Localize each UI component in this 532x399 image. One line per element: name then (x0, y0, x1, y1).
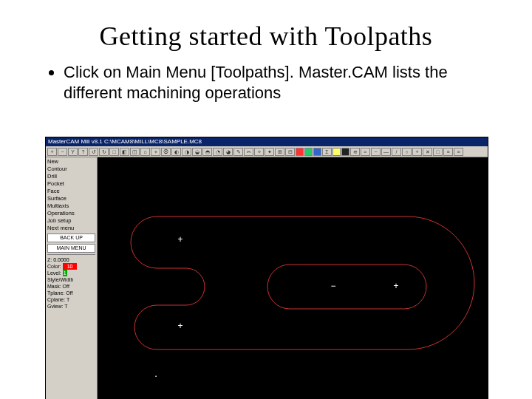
color-green-icon[interactable] (304, 148, 313, 156)
param-level-label: Level: (47, 270, 61, 276)
tool-pencil-icon[interactable]: ✎ (233, 148, 243, 156)
param-color[interactable]: Color: 10 (47, 263, 95, 270)
menu-pocket[interactable]: Pocket (47, 180, 95, 188)
backup-button[interactable]: BACK UP (47, 233, 95, 242)
side-panel: New Contour Drill Pocket Face Surface Mu… (46, 157, 98, 399)
menu-drill[interactable]: Drill (47, 173, 95, 180)
tool-plus2-icon[interactable]: + (412, 148, 422, 156)
tool-target-icon[interactable]: ⌖ (151, 148, 160, 156)
param-mask[interactable]: Mask: Off (47, 283, 95, 290)
tool-x-icon[interactable]: ✕ (423, 148, 432, 156)
slide-title: Getting started with Toolpaths (0, 21, 532, 52)
menu-operations[interactable]: Operations (47, 210, 95, 217)
tool-grid1-icon[interactable]: ⊞ (275, 148, 284, 156)
mark-plus-2: + (175, 321, 185, 332)
tool-lines2-icon[interactable]: ≡ (454, 148, 463, 156)
tool-plus-icon[interactable]: + (47, 148, 57, 156)
tool-minus-icon[interactable]: − (58, 148, 67, 156)
color-yellow-icon[interactable] (332, 148, 341, 156)
bullet-item: Click on Main Menu [Toolpaths]. Master.C… (64, 62, 502, 103)
toolpaths-menu: New Contour Drill Pocket Face Surface Mu… (47, 158, 95, 253)
window-titlebar: MasterCAM Mill v8.1 C:\MCAM8\MILL\MC8\SA… (46, 137, 488, 146)
tool-circle-icon[interactable]: ⦿ (161, 148, 171, 156)
param-tplane[interactable]: Tplane: Off (47, 290, 95, 296)
param-level-value: 1 (63, 270, 67, 276)
color-red-icon[interactable] (296, 148, 304, 156)
param-color-value: 10 (63, 263, 78, 270)
param-gview[interactable]: Gview: T (47, 303, 95, 310)
param-level[interactable]: Level: 1 (47, 270, 95, 276)
tool-grid2-icon[interactable]: ⊟ (285, 148, 295, 156)
tool-lines1-icon[interactable]: ≡ (443, 148, 453, 156)
tool-box-icon[interactable]: □ (109, 148, 119, 156)
mark-minus: − (328, 282, 338, 292)
tool-redo-icon[interactable]: ↻ (99, 148, 109, 156)
tool-y-icon[interactable]: Y (68, 148, 78, 156)
tool-shade6-icon[interactable]: ◕ (223, 148, 233, 156)
tool-wave1-icon[interactable]: ≋ (350, 148, 360, 156)
origin-mark: • (151, 372, 161, 382)
param-z: Z: 0.0000 (47, 256, 95, 263)
tool-spark1-icon[interactable]: ✧ (254, 148, 264, 156)
menu-nextmenu[interactable]: Next menu (47, 225, 95, 232)
tool-dash-icon[interactable]: — (381, 148, 391, 156)
tool-scissors-icon[interactable]: ✂ (244, 148, 253, 156)
tool-slash-icon[interactable]: / (392, 148, 401, 156)
tool-spark2-icon[interactable]: ✦ (265, 148, 274, 156)
tool-sum-icon[interactable]: Σ (322, 148, 332, 156)
tool-shade1-icon[interactable]: ◐ (171, 148, 181, 156)
tool-shade2-icon[interactable]: ◑ (182, 148, 191, 156)
param-color-label: Color: (47, 264, 61, 269)
tool-shade5-icon[interactable]: ◔ (213, 148, 222, 156)
tool-shade4-icon[interactable]: ◓ (202, 148, 212, 156)
menu-surface[interactable]: Surface (47, 195, 95, 202)
menu-new[interactable]: New (47, 158, 95, 166)
mark-plus-1: + (175, 235, 185, 245)
tool-help-icon[interactable]: ? (78, 148, 88, 156)
cad-canvas[interactable]: + + − + • (98, 157, 488, 399)
tool-wave2-icon[interactable]: ≈ (361, 148, 370, 156)
menu-face[interactable]: Face (47, 188, 95, 195)
toolbar: + − Y ? ↺ ↻ □ ◧ ◫ ⌂ ⌖ ⦿ ◐ ◑ ◒ ◓ ◔ ◕ ✎ ✂ … (46, 146, 488, 157)
mark-plus-3: + (391, 282, 401, 292)
bullet-list: Click on Main Menu [Toolpaths]. Master.C… (30, 62, 502, 103)
menu-contour[interactable]: Contour (47, 166, 95, 173)
tool-shade3-icon[interactable]: ◒ (192, 148, 202, 156)
mainmenu-button[interactable]: MAIN MENU (47, 244, 95, 253)
tool-box2-icon[interactable]: □ (433, 148, 443, 156)
param-style[interactable]: Style/Width (47, 276, 95, 283)
tool-view1-icon[interactable]: ◧ (120, 148, 129, 156)
slide: Getting started with Toolpaths Click on … (0, 21, 532, 399)
tool-home-icon[interactable]: ⌂ (140, 148, 150, 156)
tool-view2-icon[interactable]: ◫ (130, 148, 140, 156)
menu-jobsetup[interactable]: Job setup (47, 217, 95, 225)
color-black-icon[interactable] (341, 148, 349, 156)
color-blue-icon[interactable] (313, 148, 321, 156)
mastercam-screenshot: MasterCAM Mill v8.1 C:\MCAM8\MILL\MC8\SA… (45, 137, 488, 399)
wireframe-svg (98, 157, 488, 399)
param-cplane[interactable]: Cplane: T (47, 296, 95, 303)
tool-circle2-icon[interactable]: ○ (402, 148, 412, 156)
tool-tilde-icon[interactable]: ~ (371, 148, 381, 156)
menu-multiaxis[interactable]: Multiaxis (47, 202, 95, 210)
tool-undo-icon[interactable]: ↺ (89, 148, 98, 156)
